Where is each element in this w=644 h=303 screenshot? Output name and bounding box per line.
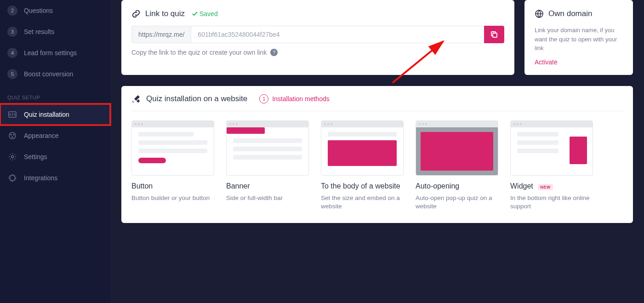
sidebar-step-results[interactable]: 3 Set results xyxy=(0,21,110,42)
palette-icon xyxy=(7,131,17,141)
step-number: 4 xyxy=(7,48,17,58)
option-title: Widget NEW xyxy=(510,182,593,190)
help-icon[interactable]: ? xyxy=(270,49,278,56)
option-title: Button xyxy=(131,182,214,190)
option-desc: In the bottom right like online support xyxy=(510,194,593,212)
hint-text: Copy the link to the quiz or create your… xyxy=(131,49,267,56)
saved-indicator: Saved xyxy=(192,10,218,17)
nav-label: Integrations xyxy=(24,174,57,182)
sidebar-step-boost[interactable]: 5 Boost conversion xyxy=(0,63,110,85)
url-prefix: https://mrqz.me/ xyxy=(131,26,191,43)
step-number: 5 xyxy=(7,69,17,79)
preview-body-embed xyxy=(321,120,404,176)
tools-icon xyxy=(131,94,141,103)
option-desc: Side or full-width bar xyxy=(226,194,309,203)
check-icon xyxy=(192,11,198,16)
svg-rect-6 xyxy=(493,33,497,37)
svg-point-4 xyxy=(12,137,13,137)
sidebar-item-integrations[interactable]: Integrations xyxy=(0,167,110,189)
installation-methods-link[interactable]: 1 Installation methods xyxy=(259,94,330,103)
install-option-banner[interactable]: Banner Side or full-width bar xyxy=(226,120,309,212)
option-desc: Button builder or your button xyxy=(131,194,214,203)
svg-point-1 xyxy=(9,132,16,139)
copy-link-button[interactable] xyxy=(484,26,504,43)
link-hint: Copy the link to the quiz or create your… xyxy=(131,49,504,56)
domain-desc: Link your domain name, if you want the q… xyxy=(535,26,623,53)
nav-label: Appearance xyxy=(24,132,59,139)
sidebar-item-appearance[interactable]: Appearance xyxy=(0,125,110,146)
step-number: 3 xyxy=(7,27,17,37)
main-content: Link to quiz Saved https://mrqz.me/ xyxy=(110,0,644,303)
copy-icon xyxy=(490,30,498,39)
install-option-widget[interactable]: Widget NEW In the bottom right like onli… xyxy=(510,120,593,212)
nav-label: Quiz installation xyxy=(24,111,69,118)
saved-label: Saved xyxy=(199,10,218,17)
quiz-link-input[interactable] xyxy=(191,26,484,43)
svg-point-2 xyxy=(11,134,11,135)
preview-banner xyxy=(226,120,309,176)
own-domain-card: Own domain Link your domain name, if you… xyxy=(524,0,633,75)
sidebar-section-label: QUIZ SETUP xyxy=(0,85,110,104)
option-desc: Auto-open pop-up quiz on a website xyxy=(416,194,498,212)
step-label: Questions xyxy=(24,7,53,14)
puzzle-icon xyxy=(7,173,17,183)
preview-widget xyxy=(510,120,593,176)
step-label: Boost conversion xyxy=(24,70,73,78)
option-title: To the body of a website xyxy=(321,182,404,190)
arrow-annotation xyxy=(388,37,452,87)
new-badge: NEW xyxy=(538,184,553,190)
step-label: Set results xyxy=(24,28,54,35)
quiz-installation-card: Quiz installation on a website 1 Install… xyxy=(121,86,633,223)
link-to-quiz-card: Link to quiz Saved https://mrqz.me/ xyxy=(121,0,514,75)
install-option-body[interactable]: To the body of a website Set the size an… xyxy=(321,120,404,212)
sidebar: 2 Questions 3 Set results 4 Lead form se… xyxy=(0,0,110,303)
svg-line-7 xyxy=(393,41,443,83)
install-option-button[interactable]: Button Button builder or your button xyxy=(131,120,214,212)
link-card-title: Link to quiz xyxy=(145,9,185,18)
preview-auto-opening xyxy=(416,120,498,176)
option-desc: Set the size and embed on a website xyxy=(321,194,404,212)
option-title-text: Widget xyxy=(510,182,533,190)
activate-link[interactable]: Activate xyxy=(535,58,623,66)
step-number: 2 xyxy=(7,6,17,16)
sidebar-item-quiz-installation[interactable]: Quiz installation xyxy=(0,104,110,125)
globe-icon xyxy=(535,9,544,18)
install-option-auto-opening[interactable]: Auto-opening Auto-open pop-up quiz on a … xyxy=(416,120,498,212)
preview-button xyxy=(131,120,214,176)
sidebar-step-leadform[interactable]: 4 Lead form settings xyxy=(0,42,110,63)
methods-label: Installation methods xyxy=(272,95,330,103)
sidebar-item-settings[interactable]: Settings xyxy=(0,146,110,167)
install-title: Quiz installation on a website xyxy=(146,94,247,103)
gear-icon xyxy=(7,152,17,162)
option-title: Auto-opening xyxy=(416,182,498,190)
option-title: Banner xyxy=(226,182,309,190)
step-label: Lead form settings xyxy=(24,49,77,57)
methods-count: 1 xyxy=(259,94,268,103)
link-icon xyxy=(131,9,141,18)
svg-point-5 xyxy=(11,156,14,158)
svg-point-3 xyxy=(13,134,14,135)
domain-card-title: Own domain xyxy=(548,9,592,18)
code-icon xyxy=(7,109,17,120)
nav-label: Settings xyxy=(24,153,47,160)
sidebar-step-questions[interactable]: 2 Questions xyxy=(0,0,110,21)
